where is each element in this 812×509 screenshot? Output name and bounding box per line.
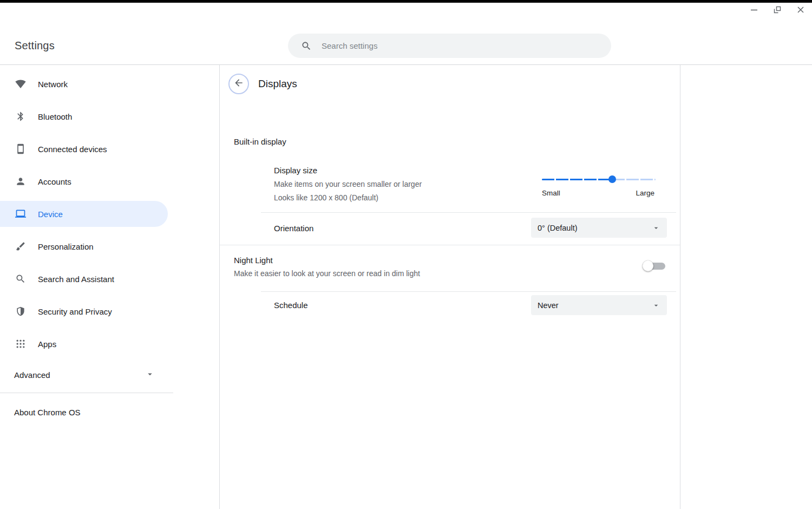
- sidebar-item-label: Personalization: [38, 242, 94, 251]
- sidebar-item-network[interactable]: Network: [0, 71, 168, 97]
- sidebar-item-label: Accounts: [38, 177, 71, 186]
- display-size-description: Make items on your screen smaller or lar…: [274, 180, 422, 188]
- laptop-icon: [15, 208, 26, 219]
- restore-button[interactable]: [772, 6, 782, 16]
- sidebar-item-connected-devices[interactable]: Connected devices: [0, 136, 168, 162]
- about-label: About Chrome OS: [14, 408, 81, 417]
- orientation-value: 0° (Default): [538, 224, 652, 232]
- sidebar-item-label: Bluetooth: [38, 112, 72, 121]
- dropdown-caret-icon: [652, 301, 660, 310]
- orientation-label: Orientation: [274, 224, 313, 233]
- slider-track-fill: [542, 179, 612, 180]
- window-controls: [749, 6, 806, 16]
- sidebar-item-label: Apps: [38, 340, 56, 349]
- sidebar-item-accounts[interactable]: Accounts: [0, 168, 168, 194]
- row-divider: [261, 212, 676, 213]
- display-size-resolution-note: Looks like 1200 x 800 (Default): [274, 193, 378, 202]
- chevron-down-icon: [145, 369, 155, 381]
- slider-min-label: Small: [542, 189, 560, 197]
- back-button[interactable]: [228, 74, 249, 94]
- display-size-label: Display size: [274, 166, 317, 175]
- main-content: Displays Built-in display Display size M…: [219, 65, 680, 509]
- person-icon: [15, 176, 26, 187]
- sidebar-divider: [0, 393, 173, 393]
- schedule-label: Schedule: [274, 301, 308, 310]
- night-light-description: Make it easier to look at your screen or…: [234, 269, 420, 278]
- smartphone-icon: [15, 143, 26, 154]
- search-bar[interactable]: [288, 34, 611, 58]
- sidebar-item-label: Search and Assistant: [38, 275, 114, 284]
- advanced-label: Advanced: [14, 370, 50, 380]
- restore-icon: [773, 5, 782, 16]
- night-light-label: Night Light: [234, 256, 273, 265]
- sidebar-item-label: Device: [38, 210, 63, 219]
- search-icon: [301, 41, 312, 51]
- section-divider: [220, 245, 680, 245]
- close-button[interactable]: [796, 6, 806, 16]
- minimize-button[interactable]: [749, 6, 759, 16]
- schedule-value: Never: [538, 301, 652, 310]
- apps-grid-icon: [15, 338, 26, 349]
- sidebar-item-bluetooth[interactable]: Bluetooth: [0, 103, 168, 129]
- minimize-icon: [750, 5, 758, 16]
- sidebar-item-security-privacy[interactable]: Security and Privacy: [0, 298, 168, 324]
- brush-icon: [15, 241, 26, 252]
- dropdown-caret-icon: [652, 224, 660, 232]
- sidebar-item-about-chrome-os[interactable]: About Chrome OS: [0, 399, 168, 425]
- sidebar-advanced-toggle[interactable]: Advanced: [0, 362, 168, 388]
- arrow-back-icon: [233, 77, 244, 90]
- sidebar-item-label: Network: [38, 80, 68, 89]
- sidebar-item-label: Connected devices: [38, 145, 107, 154]
- search-icon: [15, 273, 26, 284]
- sidebar-item-apps[interactable]: Apps: [0, 331, 168, 357]
- bluetooth-icon: [15, 111, 26, 122]
- sidebar-item-personalization[interactable]: Personalization: [0, 233, 168, 259]
- slider-knob[interactable]: [608, 175, 616, 183]
- sidebar-item-device[interactable]: Device: [0, 201, 168, 227]
- schedule-dropdown[interactable]: Never: [531, 295, 667, 315]
- shield-icon: [15, 306, 26, 317]
- display-size-slider[interactable]: [542, 175, 656, 183]
- orientation-dropdown[interactable]: 0° (Default): [531, 218, 667, 238]
- sidebar-item-search-assistant[interactable]: Search and Assistant: [0, 266, 168, 292]
- toggle-knob: [643, 260, 653, 271]
- night-light-toggle[interactable]: [643, 260, 665, 271]
- row-divider: [261, 291, 676, 292]
- page-title: Displays: [258, 78, 297, 90]
- slider-max-label: Large: [636, 189, 654, 197]
- search-input[interactable]: [322, 41, 600, 50]
- app-title: Settings: [15, 40, 55, 52]
- close-icon: [796, 5, 805, 16]
- section-title-built-in-display: Built-in display: [234, 137, 286, 146]
- window-top-strip: [0, 0, 812, 3]
- sidebar-item-label: Security and Privacy: [38, 307, 112, 316]
- wifi-icon: [15, 79, 26, 89]
